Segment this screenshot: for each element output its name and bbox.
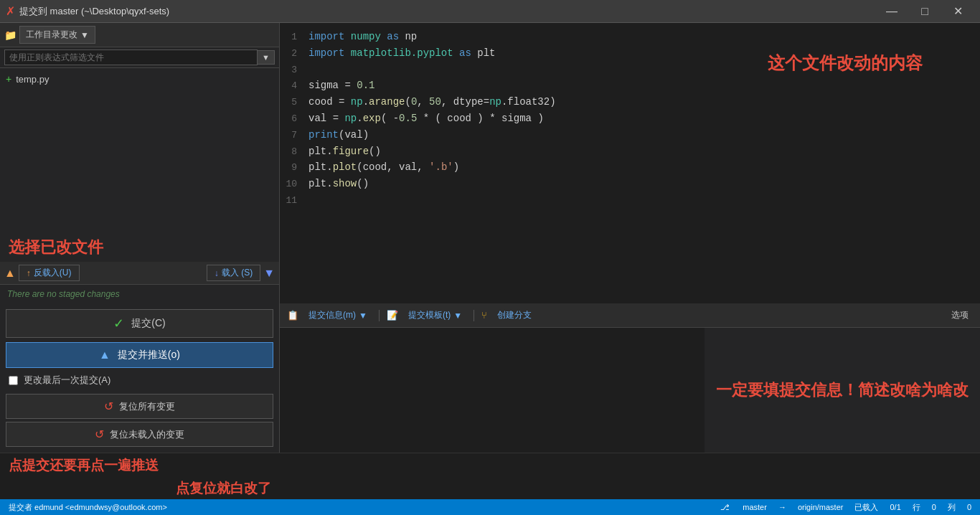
statusbar-left: 提交者 edmund <edmundwsy@outlook.com> [9,502,167,513]
bottom-panel: ✓ 提交(C) ▲ 提交并推送(o) 更改最后一次提交(A) ↺ 复位所有变更 [0,303,980,499]
annotation-reset: 点复位就白改了 [176,479,271,498]
unstage-icon: ↑ [27,268,31,278]
staged-toolbar: ▲ ↑ 反载入(U) ↓ 载入 (S) ▼ [0,262,279,285]
workdir-label: 工作目录更改 [26,29,77,41]
col-label: 列 [948,502,956,513]
app-icon: ✗ [6,4,15,18]
commit-push-button[interactable]: ▲ 提交并推送(o) [6,342,273,368]
commit-toolbar: 📋 提交信息(m) ▼ 📝 提交模板(t) ▼ ⑂ 创建分支 选项 [280,303,980,328]
commit-label: 提交(C) [131,317,165,330]
filter-dropdown-button[interactable]: ▼ [258,50,275,65]
commit-template-dropdown-icon: ▼ [453,311,462,321]
commit-check-icon: ✓ [113,316,124,331]
code-line: 11 [280,192,980,209]
branch-name: master [743,503,767,511]
create-branch-button[interactable]: 创建分支 [493,308,536,323]
commit-buttons-panel: ✓ 提交(C) ▲ 提交并推送(o) 更改最后一次提交(A) ↺ 复位所有变更 [0,303,280,453]
code-line: 9 plt.plot(cood, val, '.b') [280,159,980,176]
commit-input-row: 一定要填提交信息！简述改啥为啥改 [280,328,980,453]
amend-checkbox[interactable] [9,376,18,385]
file-add-icon: + [6,73,11,85]
row-value: 0 [932,503,936,511]
code-line: 2 import matplotlib.pyplot as plt [280,45,980,62]
remote-branch: origin/master [798,503,844,511]
annotation-row2: 点复位就白改了 [0,478,980,499]
annotation-commit-push: 点提交还要再点一遍推送 [9,456,159,475]
committer-info: 提交者 edmund <edmundwsy@outlook.com> [9,502,167,513]
code-line: 5 cood = np.arange(0, 50, dtype=np.float… [280,94,980,110]
annotation-row: 点提交还要再点一遍推送 [0,453,980,478]
reset-unstaged-label: 复位未载入的变更 [110,428,184,441]
titlebar: ✗ 提交到 master (~\Desktop\qyxf-sets) — □ ✕ [0,0,980,23]
commit-info-icon: 📋 [287,310,298,321]
unstaged-section: 📁 工作目录更改 ▼ ▼ + temp.py 选择已改文件 [0,23,279,303]
code-editor: 1 import numpy as np 2 import matplotlib… [280,23,980,303]
annotation-bottom-spacer [280,453,980,478]
code-line: 4 sigma = 0.1 [280,77,980,94]
stage-button[interactable]: ↓ 载入 (S) [207,265,260,281]
options-label: 选项 [951,309,969,321]
loaded-fraction: 0/1 [890,503,900,511]
reset-all-icon: ↺ [104,400,113,413]
commit-info-dropdown-icon: ▼ [359,311,367,321]
amend-row: 更改最后一次提交(A) [6,372,273,388]
commit-template-icon: 📝 [387,310,398,321]
workdir-toolbar: 📁 工作目录更改 ▼ [0,23,279,47]
staged-up-arrow-icon: ▲ [4,267,16,280]
commit-right-panel: 📋 提交信息(m) ▼ 📝 提交模板(t) ▼ ⑂ 创建分支 选项 [280,303,980,453]
main-content: 📁 工作目录更改 ▼ ▼ + temp.py 选择已改文件 [0,23,980,303]
code-line: 7 print(val) [280,127,980,143]
stage-label: 载入 (S) [222,267,253,279]
statusbar: 提交者 edmund <edmundwsy@outlook.com> ⎇ mas… [0,499,980,515]
commit-info-button[interactable]: 提交信息(m) ▼ [304,308,372,323]
reset-all-button[interactable]: ↺ 复位所有变更 [6,394,273,419]
branch-icon: ⎇ [720,503,730,512]
window-controls: — □ ✕ [875,0,974,23]
staged-status: There are no staged changes [0,285,279,303]
code-line: 8 plt.figure() [280,143,980,160]
file-name: temp.py [16,74,49,85]
toolbar-separator [379,310,380,321]
titlebar-left: ✗ 提交到 master (~\Desktop\qyxf-sets) [6,4,169,18]
filter-input[interactable] [4,49,258,65]
annotation-reset-area: 点复位就白改了 [0,478,280,499]
commit-template-button[interactable]: 提交模板(t) ▼ [404,308,466,323]
reset-buttons-group: ↺ 复位所有变更 ↺ 复位未载入的变更 [0,394,279,453]
commit-annotation-area: 一定要填提交信息！简述改啥为啥改 [705,328,980,453]
col-value: 0 [967,503,971,511]
workdir-button[interactable]: 工作目录更改 ▼ [19,26,95,44]
close-button[interactable]: ✕ [941,0,974,23]
code-content: 1 import numpy as np 2 import matplotlib… [280,23,980,303]
minimize-button[interactable]: — [875,0,908,23]
options-button[interactable]: 选项 [947,308,973,323]
stage-down-arrow-icon: ▼ [263,267,275,280]
reset-unstaged-button[interactable]: ↺ 复位未载入的变更 [6,422,273,447]
annotation-select-files: 选择已改文件 [0,230,279,262]
loaded-label: 已载入 [854,502,878,513]
code-line: 1 import numpy as np [280,29,980,45]
branch-arrow: → [778,503,786,511]
workdir-icon: 📁 [4,29,17,41]
commit-buttons-group: ✓ 提交(C) ▲ 提交并推送(o) 更改最后一次提交(A) [0,303,279,394]
unstage-label: 反载入(U) [34,267,72,279]
commit-button[interactable]: ✓ 提交(C) [6,309,273,338]
window-title: 提交到 master (~\Desktop\qyxf-sets) [19,5,169,18]
list-item[interactable]: + temp.py [0,71,279,87]
reset-all-label: 复位所有变更 [119,400,175,413]
file-list: + temp.py [0,68,279,230]
commit-push-icon: ▲ [99,349,110,362]
commit-message-input[interactable] [280,328,705,453]
annotation-commit-message: 一定要填提交信息！简述改啥为啥改 [716,380,969,401]
workdir-dropdown-icon: ▼ [80,30,89,40]
code-line: 6 val = np.exp( -0.5 * ( cood ) * sigma … [280,110,980,127]
code-line: 3 [280,62,980,78]
left-panel: 📁 工作目录更改 ▼ ▼ + temp.py 选择已改文件 [0,23,280,303]
annotation-bottom-left: 点提交还要再点一遍推送 [0,453,280,478]
toolbar-separator2 [473,310,474,321]
unstage-button[interactable]: ↑ 反载入(U) [19,265,80,281]
statusbar-right: ⎇ master → origin/master 已载入 0/1 行 0 列 0 [720,502,971,513]
filter-row: ▼ [0,47,279,68]
maximize-button[interactable]: □ [908,0,941,23]
create-branch-label: 创建分支 [497,309,532,321]
reset-unstaged-icon: ↺ [95,427,104,441]
